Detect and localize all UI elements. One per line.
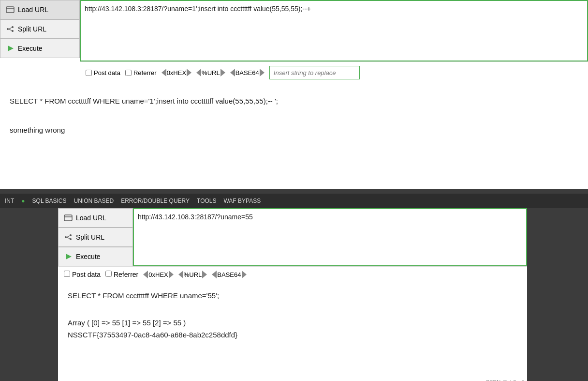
top-url-input[interactable]: http://43.142.108.3:28187/?uname=1';inse… [81,1,587,59]
svg-point-10 [65,236,67,238]
base64-group-bottom[interactable]: BASE64 [212,271,246,278]
referrer-checkbox-label-top[interactable]: Referrer [125,69,157,76]
execute-button-top[interactable]: Execute [0,39,80,58]
nav-dot: ● [21,198,25,204]
top-result-area: SELECT * FROM cccttttff WHERE uname='1';… [0,88,588,143]
insert-string-input-top[interactable] [269,66,360,79]
percenturl-label-top: %URL [202,69,220,76]
load-url-label-top: Load URL [18,6,48,14]
bottom-url-input-area: http://43.142.108.3:28187/?uname=55 [133,208,527,266]
base64-arrow-left-bottom [212,271,217,278]
svg-line-14 [67,237,70,239]
oxhex-group-top[interactable]: 0xHEX [162,69,191,76]
base64-group-top[interactable]: BASE64 [230,69,265,76]
load-url-icon [5,5,15,15]
svg-point-12 [70,238,72,240]
top-url-input-area: http://43.142.108.3:28187/?uname=1';inse… [80,0,588,61]
bottom-options-bar: Post data Referrer 0xHEX %URL [58,266,527,282]
watermark: CSDN @yb0os1 [485,379,525,381]
percenturl-arrow-left-top [196,69,201,76]
post-data-checkbox-bottom[interactable] [64,271,70,277]
svg-marker-15 [66,254,72,259]
bottom-result-area: SELECT * FROM cccttttff WHERE uname='55'… [58,282,527,349]
percenturl-group-top[interactable]: %URL [196,69,225,76]
execute-icon-top [5,44,15,53]
bottom-panel-wrapper: Load URL Split URL Execute [0,208,588,381]
bottom-dark-right [527,208,588,381]
referrer-checkbox-bottom[interactable] [105,271,112,277]
svg-rect-0 [6,7,14,13]
percenturl-group-bottom[interactable]: %URL [178,271,207,278]
top-result-message: something wrong [10,124,578,136]
bottom-section: INT ● SQL BASICS UNION BASED ERROR/DOUBL… [0,194,588,381]
bottom-white-panel: Load URL Split URL Execute [58,208,527,381]
post-data-checkbox-top[interactable] [86,70,92,76]
svg-line-6 [9,29,12,30]
split-url-icon [5,24,15,34]
svg-rect-8 [64,215,72,221]
oxhex-label-top: 0xHEX [167,69,186,76]
nav-link-sql-basics[interactable]: SQL BASICS [32,198,67,204]
referrer-label-bottom: Referrer [114,271,138,278]
oxhex-arrow-left-bottom [143,271,148,278]
nav-link-union-based[interactable]: UNION BASED [74,198,114,204]
split-url-button-bottom[interactable]: Split URL [58,228,133,247]
top-panel: Load URL Split URL Execute http://43.142… [0,0,588,189]
load-url-button-bottom[interactable]: Load URL [58,208,133,228]
oxhex-arrow-right-bottom [169,271,174,278]
split-url-label-bottom: Split URL [76,233,104,241]
percenturl-arrow-right-top [220,69,225,76]
split-url-label-top: Split URL [18,25,46,33]
load-url-icon-bottom [63,213,73,223]
bottom-result-query: SELECT * FROM cccttttff WHERE uname='55'… [68,290,517,302]
base64-label-top: BASE64 [235,69,259,76]
oxhex-arrow-left-top [162,69,166,76]
svg-marker-7 [8,46,14,51]
svg-point-2 [7,28,9,30]
base64-label-bottom: BASE64 [217,271,241,278]
nav-link-waf-bypass[interactable]: WAF BYPASS [223,198,261,204]
referrer-checkbox-top[interactable] [125,70,132,76]
base64-arrow-right-bottom [242,271,247,278]
nav-link-tools[interactable]: TOOLS [197,198,216,204]
oxhex-arrow-right-top [187,69,191,76]
load-url-button-top[interactable]: Load URL [0,0,80,19]
load-url-label-bottom: Load URL [76,214,106,222]
post-data-checkbox-label-top[interactable]: Post data [86,69,120,76]
base64-arrow-right-top [260,69,265,76]
top-result-query: SELECT * FROM cccttttff WHERE uname='1';… [10,95,578,107]
svg-point-4 [12,30,14,32]
bottom-toolbar: Load URL Split URL Execute [58,208,133,266]
post-data-label-top: Post data [94,69,120,76]
post-data-checkbox-label-bottom[interactable]: Post data [64,271,101,278]
percenturl-label-bottom: %URL [184,271,202,278]
nav-text-int: INT [5,198,14,204]
oxhex-group-bottom[interactable]: 0xHEX [143,271,173,278]
bottom-array-text: Array ( [0] => 55 [1] => 55 [2] => 55 ) [68,317,517,329]
svg-line-13 [67,236,70,237]
execute-icon-bottom [63,252,73,261]
bottom-dark-left [0,208,58,381]
gap-divider [0,189,588,194]
top-options-bar: Post data Referrer 0xHEX %URL BASE64 [80,61,588,83]
percenturl-arrow-right-bottom [202,271,207,278]
base64-arrow-left-top [230,69,235,76]
execute-label-top: Execute [18,45,43,52]
bottom-toolbar-row: Load URL Split URL Execute [58,208,527,266]
post-data-label-bottom: Post data [72,271,101,278]
top-toolbar: Load URL Split URL Execute [0,0,80,58]
svg-point-11 [70,234,72,236]
split-url-icon-bottom [63,232,73,242]
svg-point-3 [12,26,14,28]
referrer-label-top: Referrer [133,69,157,76]
execute-label-bottom: Execute [76,253,101,260]
split-url-button-top[interactable]: Split URL [0,19,80,39]
nav-bar: INT ● SQL BASICS UNION BASED ERROR/DOUBL… [0,194,588,208]
svg-line-5 [9,28,12,29]
execute-button-bottom[interactable]: Execute [58,247,133,266]
bottom-url-input[interactable]: http://43.142.108.3:28187/?uname=55 [134,209,526,258]
referrer-checkbox-label-bottom[interactable]: Referrer [105,271,138,278]
percenturl-arrow-left-bottom [178,271,183,278]
oxhex-label-bottom: 0xHEX [148,271,168,278]
nav-link-error-double[interactable]: ERROR/DOUBLE QUERY [121,198,190,204]
